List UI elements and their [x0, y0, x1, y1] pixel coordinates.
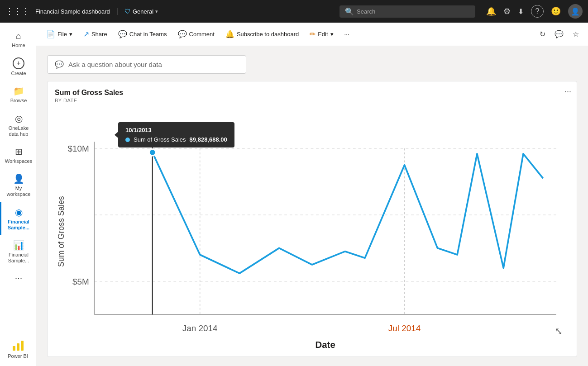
chat-in-teams-button[interactable]: 💬 Chat in Teams	[114, 27, 172, 41]
edit-chevron: ▾	[330, 31, 334, 38]
edit-icon: ✏	[310, 30, 316, 38]
sidebar-item-home[interactable]: ⌂ Home	[0, 26, 36, 53]
share-button[interactable]: ↗ Share	[79, 27, 112, 41]
svg-text:$10M: $10M	[67, 144, 89, 153]
sidebar-item-browse[interactable]: 📁 Browse	[0, 81, 36, 108]
sidebar-item-browse-label: Browse	[10, 98, 27, 104]
toolbar-right-icons: ↻ 💬 ☆	[536, 27, 583, 41]
svg-text:Date: Date	[316, 339, 335, 349]
create-icon: +	[13, 57, 24, 69]
settings-button[interactable]: ⚙	[503, 6, 511, 16]
chart-card: Sum of Gross Sales BY DATE ··· 10/1/2013…	[47, 81, 577, 357]
svg-text:⤡: ⤡	[555, 326, 563, 336]
sidebar-item-financial-report-label: Financial Sample...	[3, 252, 34, 264]
svg-text:Jan 2014: Jan 2014	[182, 323, 218, 333]
main-area: 📄 File ▾ ↗ Share 💬 Chat in Teams 💬 Comme…	[36, 23, 588, 366]
top-nav: ⋮⋮⋮ Financial Sample dashboard | 🛡 Gener…	[0, 0, 588, 23]
svg-text:$5M: $5M	[72, 277, 89, 286]
sidebar-item-financial-report[interactable]: 📊 Financial Sample...	[0, 235, 36, 268]
sidebar-item-myworkspace[interactable]: 👤 Myworkspace	[0, 169, 36, 202]
chart-title: Sum of Gross Sales	[55, 89, 569, 97]
sidebar-item-workspaces[interactable]: ⊞ Workspaces	[0, 142, 36, 169]
sidebar-item-onelake-label: OneLakedata hub	[9, 125, 29, 137]
comment-label: Comment	[189, 31, 215, 38]
browse-icon: 📁	[13, 86, 24, 96]
subscribe-button[interactable]: 🔔 Subscribe to dashboard	[221, 27, 303, 41]
svg-text:Jul 2014: Jul 2014	[388, 323, 421, 333]
sidebar-bottom: Power BI	[0, 334, 36, 362]
subscribe-icon: 🔔	[225, 30, 234, 38]
chevron-down-icon: ▾	[155, 9, 158, 14]
share-label: Share	[91, 31, 107, 38]
myworkspace-icon: 👤	[13, 173, 24, 184]
edit-label: Edit	[318, 31, 328, 38]
financial-sample-icon: ◉	[15, 207, 23, 218]
file-button[interactable]: 📄 File ▾	[42, 27, 77, 41]
sidebar: ⌂ Home + Create 📁 Browse ◎ OneLakedata h…	[0, 23, 36, 366]
file-chevron: ▾	[69, 31, 72, 38]
help-button[interactable]: ?	[531, 5, 544, 18]
qa-icon: 💬	[55, 60, 64, 69]
refresh-icon: ↻	[540, 30, 545, 38]
qa-placeholder: Ask a question about your data	[68, 61, 239, 68]
edit-button[interactable]: ✏ Edit ▾	[305, 27, 338, 41]
workspace-button[interactable]: 🛡 General ▾	[124, 8, 158, 15]
svg-rect-0	[13, 346, 15, 351]
feedback-button[interactable]: 🙂	[551, 6, 561, 16]
share-icon: ↗	[83, 30, 89, 38]
sidebar-item-workspaces-label: Workspaces	[5, 158, 32, 164]
chart-menu-button[interactable]: ···	[564, 87, 571, 96]
nav-icons: 🔔 ⚙ ⬇ ? 🙂 👤	[486, 4, 583, 19]
waffle-icon[interactable]: ⋮⋮⋮	[5, 6, 30, 16]
comment-icon: 💬	[178, 30, 187, 38]
app-title: Financial Sample dashboard	[35, 8, 110, 15]
chart-area: 10/1/2013 Sum of Gross Sales $9,828,688.…	[55, 109, 569, 361]
workspace-name: General	[133, 8, 153, 15]
more-options-button[interactable]: ···	[340, 28, 354, 40]
toolbar: 📄 File ▾ ↗ Share 💬 Chat in Teams 💬 Comme…	[36, 23, 588, 46]
favorite-button[interactable]: ☆	[569, 27, 583, 41]
refresh-button[interactable]: ↻	[536, 27, 549, 41]
chat-label: Chat in Teams	[129, 31, 167, 38]
page-content: 💬 Ask a question about your data Sum of …	[36, 46, 588, 366]
star-icon: ☆	[573, 30, 579, 38]
sidebar-item-more[interactable]: ···	[0, 268, 36, 288]
more-options-label: ···	[344, 31, 349, 38]
teams-icon: 💬	[118, 30, 127, 38]
download-button[interactable]: ⬇	[518, 7, 524, 16]
powerbi-label: Power BI	[8, 353, 28, 359]
line-chart-svg: $10M $5M Jan 2014 Jul 2014 Date Sum of G…	[55, 109, 569, 361]
svg-rect-1	[17, 343, 19, 351]
search-bar[interactable]: 🔍	[339, 5, 475, 18]
sidebar-item-create[interactable]: + Create	[0, 53, 36, 81]
sidebar-item-home-label: Home	[12, 43, 25, 48]
notifications-button[interactable]: 🔔	[486, 6, 496, 16]
chart-subtitle: BY DATE	[55, 98, 569, 103]
avatar[interactable]: 👤	[568, 4, 583, 19]
sidebar-item-onelake[interactable]: ◎ OneLakedata hub	[0, 109, 36, 142]
more-icon: ···	[15, 273, 23, 283]
search-input[interactable]	[357, 8, 470, 15]
search-icon: 🔍	[345, 7, 354, 16]
comment-button[interactable]: 💬 Comment	[173, 27, 219, 41]
home-icon: ⌂	[16, 31, 21, 41]
financial-report-icon: 📊	[13, 240, 24, 251]
shield-icon: 🛡	[124, 8, 131, 15]
subscribe-label: Subscribe to dashboard	[237, 31, 299, 38]
sidebar-item-create-label: Create	[11, 71, 26, 76]
comments-panel-button[interactable]: 💬	[551, 27, 567, 41]
svg-point-17	[149, 149, 156, 156]
svg-text:Sum of Gross Sales: Sum of Gross Sales	[57, 196, 66, 267]
file-label: File	[57, 31, 67, 38]
file-icon: 📄	[46, 30, 55, 38]
qa-bar[interactable]: 💬 Ask a question about your data	[47, 55, 246, 74]
workspaces-icon: ⊞	[15, 146, 23, 157]
powerbi-logo	[11, 338, 25, 352]
onelake-icon: ◎	[15, 113, 23, 124]
content-wrapper: ⌂ Home + Create 📁 Browse ◎ OneLakedata h…	[0, 23, 588, 366]
sidebar-item-myworkspace-label: Myworkspace	[7, 185, 31, 197]
avatar-icon: 👤	[571, 7, 580, 16]
sidebar-item-financial-sample[interactable]: ◉ Financial Sample...	[0, 202, 36, 235]
comments-panel-icon: 💬	[555, 30, 564, 38]
title-divider: |	[116, 7, 118, 15]
